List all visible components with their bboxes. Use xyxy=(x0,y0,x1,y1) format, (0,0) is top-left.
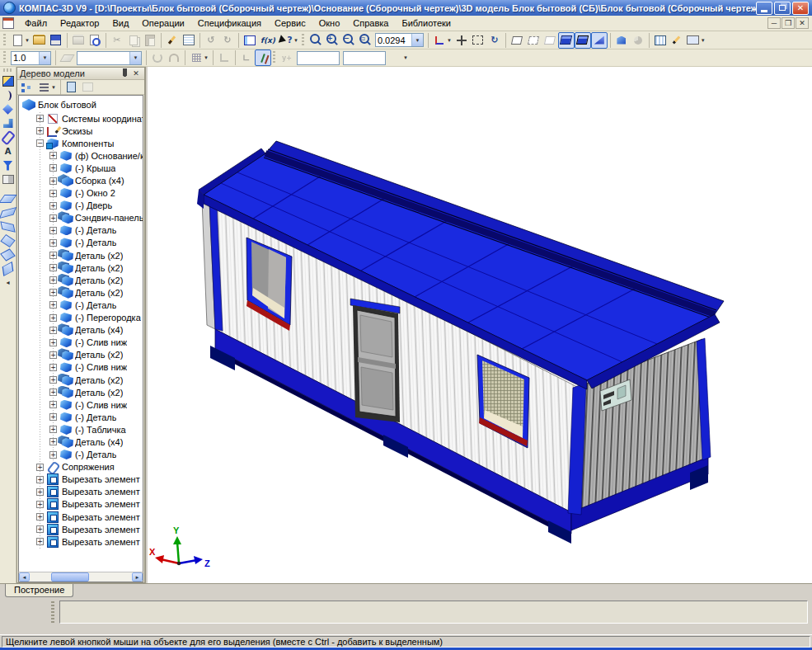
cut-button[interactable]: ✂ xyxy=(109,32,125,49)
tree-item[interactable]: +(-) Слив ниж xyxy=(19,337,143,349)
tree-expander[interactable]: + xyxy=(49,214,57,222)
collapse-arrow-icon[interactable]: ◂ xyxy=(1,276,16,290)
tree-expander[interactable]: + xyxy=(49,438,57,445)
spec-report-icon[interactable] xyxy=(1,172,16,186)
tree-expander[interactable]: + xyxy=(49,376,57,384)
tree-item[interactable]: +Деталь (x2) xyxy=(19,261,143,274)
chevron-down-icon[interactable]: ▼ xyxy=(403,55,408,60)
chevron-down-icon[interactable]: ▼ xyxy=(411,34,423,46)
tree-item[interactable]: +Деталь (x2) xyxy=(19,286,143,299)
tree-expander[interactable]: + xyxy=(49,314,57,322)
tree-expander[interactable]: − xyxy=(36,139,44,147)
tree-expander[interactable]: + xyxy=(36,476,44,483)
snap-style-button[interactable] xyxy=(166,49,182,66)
tree-item[interactable]: +Системы координат xyxy=(19,112,143,125)
menu-item[interactable]: Вид xyxy=(106,16,135,30)
model-door[interactable] xyxy=(350,299,400,422)
tree-item[interactable]: +(-) Деталь xyxy=(19,299,143,311)
rotate-button[interactable]: ↻ xyxy=(486,32,503,49)
tree-item[interactable]: +(-) Табличка xyxy=(19,423,143,436)
tree-item[interactable]: +Вырезать элемент выдавли xyxy=(19,511,143,523)
tree-item[interactable]: +(-) Окно 2 xyxy=(19,187,143,200)
mdi-close-button[interactable]: ✕ xyxy=(796,17,809,29)
tree-expander[interactable]: + xyxy=(36,488,44,496)
minimize-button[interactable] xyxy=(756,2,772,15)
tree-item[interactable]: +Эскизы xyxy=(19,125,143,137)
toolbar-grip[interactable] xyxy=(273,51,275,64)
tree-hscrollbar[interactable]: ◄ ► xyxy=(18,572,143,582)
tree-expander[interactable]: + xyxy=(49,177,57,185)
tree-item[interactable]: +(-) Деталь xyxy=(19,237,143,249)
filter-icon[interactable] xyxy=(1,158,16,172)
tree-expander[interactable]: + xyxy=(36,115,44,122)
toolbar-grip[interactable] xyxy=(3,51,6,64)
toolbar-grip[interactable] xyxy=(3,34,6,47)
coords-icon-button[interactable]: y+ xyxy=(279,49,295,66)
tree-expander[interactable]: + xyxy=(49,389,57,396)
pin-icon[interactable] xyxy=(119,68,130,79)
close-button[interactable]: ✕ xyxy=(792,2,809,15)
print-button[interactable] xyxy=(70,32,87,49)
tree-item[interactable]: +Сопряжения xyxy=(19,461,143,473)
snaps-settings-button[interactable] xyxy=(255,49,271,66)
menu-item[interactable]: Библиотеки xyxy=(395,16,458,30)
mates-icon[interactable] xyxy=(1,130,16,144)
fx-button[interactable]: f(x) xyxy=(258,32,278,49)
tree-expander[interactable]: + xyxy=(49,289,57,296)
toolbar-grip[interactable] xyxy=(302,34,304,47)
tree-item[interactable]: +Деталь (x2) xyxy=(19,374,143,386)
tree-expander[interactable]: + xyxy=(49,152,57,159)
mdi-restore-button[interactable]: ❒ xyxy=(781,17,795,29)
tree-item[interactable]: +(-) Слив ниж xyxy=(19,361,143,374)
tree-item[interactable]: +Деталь (x2) xyxy=(19,249,143,261)
perspective-button[interactable] xyxy=(591,32,608,49)
object-help-button[interactable]: ?▼ xyxy=(278,32,300,49)
tree-item[interactable]: +(-) Деталь xyxy=(19,411,143,423)
tree-item[interactable]: +Сэндвич-панель (x26) xyxy=(19,212,143,224)
scroll-right-icon[interactable]: ► xyxy=(132,572,143,582)
simplified-display-button[interactable] xyxy=(613,32,630,49)
tree-item[interactable]: +(-) Деталь xyxy=(19,449,143,461)
scroll-thumb[interactable] xyxy=(51,572,89,582)
aux-plane-2-icon[interactable] xyxy=(1,205,16,219)
tree-expander[interactable]: + xyxy=(36,525,44,533)
tree-item[interactable]: +Вырезать элемент выдавли xyxy=(19,523,143,535)
document-icon[interactable] xyxy=(2,17,14,29)
hidden-lines-button[interactable] xyxy=(525,32,542,49)
chevron-down-icon[interactable]: ▼ xyxy=(204,55,209,60)
tree-item[interactable]: +(-) Крыша xyxy=(19,162,143,174)
plane-combo[interactable]: ▼ xyxy=(77,51,142,65)
current-plane-button[interactable] xyxy=(59,49,75,66)
shaded-button[interactable] xyxy=(558,32,575,49)
menu-item[interactable]: Сервис xyxy=(268,16,312,30)
menu-item[interactable]: Окно xyxy=(312,16,347,30)
chevron-down-icon[interactable]: ▼ xyxy=(51,85,56,90)
menu-item[interactable]: Справка xyxy=(346,16,395,30)
aux-plane-3-icon[interactable] xyxy=(1,219,16,233)
tree-expander[interactable]: + xyxy=(49,164,57,172)
tree-expander[interactable]: + xyxy=(49,227,57,234)
measure-3d-icon[interactable]: A xyxy=(1,144,16,158)
menu-item[interactable]: Операции xyxy=(135,16,190,30)
aux-plane-5-icon[interactable] xyxy=(1,247,16,261)
open-button[interactable] xyxy=(31,32,48,49)
panel-close-icon[interactable]: ✕ xyxy=(130,68,142,79)
tree-expander[interactable]: + xyxy=(49,252,57,259)
tree-expander[interactable]: + xyxy=(36,538,44,545)
tree-item[interactable]: +(-) Дверь xyxy=(19,200,143,212)
spec-editor-button[interactable] xyxy=(181,32,197,49)
restore-button[interactable] xyxy=(774,2,791,15)
tree-item[interactable]: +Вырезать элемент выдавли xyxy=(19,535,143,548)
tree-expander[interactable]: + xyxy=(49,190,57,197)
menu-item[interactable]: Спецификация xyxy=(191,16,268,30)
local-cs-button[interactable] xyxy=(216,49,232,66)
menu-item[interactable]: Файл xyxy=(18,16,54,30)
print-preview-button[interactable] xyxy=(87,32,103,49)
tree-item[interactable]: +Сборка (x4) xyxy=(19,174,143,186)
tree-expander[interactable]: + xyxy=(49,351,57,359)
ortho-button[interactable]: ∟ xyxy=(238,49,255,66)
step-combo[interactable]: ▼ xyxy=(11,51,51,65)
tree-item[interactable]: +Вырезать элемент выдавли xyxy=(19,473,143,486)
copy-button[interactable] xyxy=(125,32,142,49)
chevron-down-icon[interactable]: ▼ xyxy=(39,52,50,64)
